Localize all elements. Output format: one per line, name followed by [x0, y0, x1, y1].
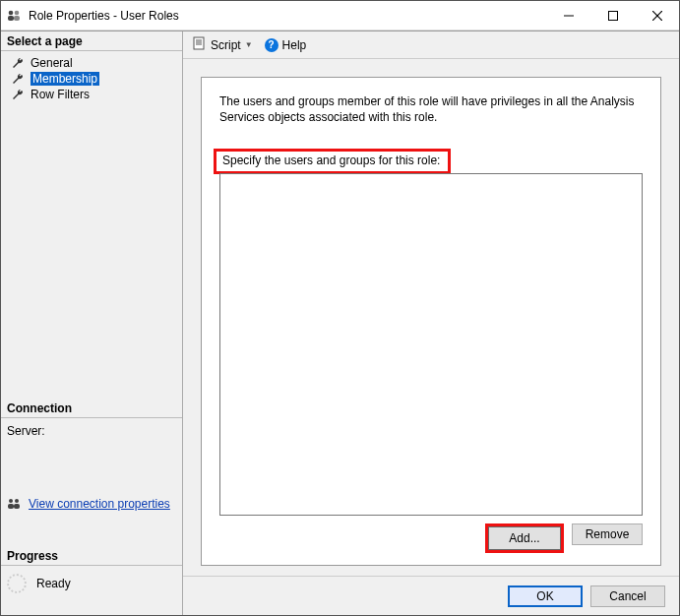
script-button[interactable]: Script ▼	[189, 34, 257, 55]
specify-label-highlight: Specify the users and groups for this ro…	[214, 149, 451, 174]
toolbar: Script ▼ ? Help	[183, 31, 679, 59]
svg-point-0	[9, 10, 14, 15]
connection-icon	[7, 497, 23, 511]
add-button[interactable]: Add...	[489, 527, 560, 549]
window-title: Role Properties - User Roles	[29, 9, 179, 23]
sidebar-item-membership[interactable]: Membership	[1, 71, 182, 87]
sidebar-item-label: Row Filters	[31, 88, 90, 101]
script-label: Script	[211, 38, 241, 52]
svg-rect-10	[8, 504, 14, 509]
wrench-icon	[11, 56, 25, 70]
progress-body: Ready	[1, 566, 182, 601]
cancel-button[interactable]: Cancel	[590, 585, 665, 607]
dialog-footer: OK Cancel	[183, 576, 679, 615]
sidebar: Select a page General Membership	[1, 31, 183, 615]
svg-point-9	[15, 499, 19, 503]
specify-label: Specify the users and groups for this ro…	[218, 154, 444, 167]
svg-rect-12	[194, 37, 204, 49]
minimize-button[interactable]	[546, 1, 590, 30]
panel-description: The users and groups member of this role…	[219, 93, 643, 125]
titlebar: Role Properties - User Roles	[1, 1, 679, 31]
sidebar-item-general[interactable]: General	[1, 55, 182, 71]
progress-spinner-icon	[7, 574, 27, 593]
page-list: General Membership Row Filters	[1, 51, 182, 108]
ok-button[interactable]: OK	[508, 585, 583, 607]
members-listbox[interactable]	[219, 173, 643, 516]
view-connection-properties-link[interactable]: View connection properties	[29, 497, 170, 511]
script-icon	[193, 36, 207, 53]
connection-body: Server: View connection properties	[1, 418, 182, 517]
wrench-icon	[11, 88, 25, 101]
progress-header: Progress	[1, 546, 182, 566]
progress-status: Ready	[36, 577, 71, 590]
sidebar-item-label: Membership	[31, 72, 99, 86]
remove-button[interactable]: Remove	[572, 524, 643, 545]
main-area: Script ▼ ? Help The users and groups mem…	[183, 31, 679, 615]
maximize-icon	[608, 11, 618, 21]
membership-panel: The users and groups member of this role…	[201, 77, 661, 566]
panel-buttons: Add... Remove	[219, 524, 643, 553]
add-button-highlight: Add...	[485, 524, 564, 553]
help-icon: ?	[265, 38, 278, 52]
wrench-icon	[11, 72, 25, 86]
content-area: The users and groups member of this role…	[183, 59, 679, 576]
minimize-icon	[564, 11, 574, 21]
svg-point-1	[15, 10, 20, 15]
sidebar-item-label: General	[31, 56, 73, 70]
maximize-button[interactable]	[590, 1, 635, 30]
dialog-body: Select a page General Membership	[1, 31, 679, 615]
dialog-window: Role Properties - User Roles Select a pa…	[0, 0, 680, 616]
svg-rect-2	[8, 16, 14, 21]
svg-point-8	[9, 499, 13, 503]
close-icon	[652, 11, 662, 21]
svg-rect-3	[14, 16, 20, 21]
select-page-header: Select a page	[1, 31, 182, 51]
sidebar-item-row-filters[interactable]: Row Filters	[1, 87, 182, 102]
svg-rect-11	[14, 504, 20, 509]
help-label: Help	[282, 38, 307, 52]
svg-rect-5	[608, 11, 617, 20]
app-icon	[7, 8, 23, 24]
help-button[interactable]: ? Help	[261, 36, 311, 54]
server-label: Server:	[7, 424, 176, 438]
connection-header: Connection	[1, 399, 182, 418]
chevron-down-icon: ▼	[245, 40, 253, 49]
close-button[interactable]	[635, 1, 679, 30]
